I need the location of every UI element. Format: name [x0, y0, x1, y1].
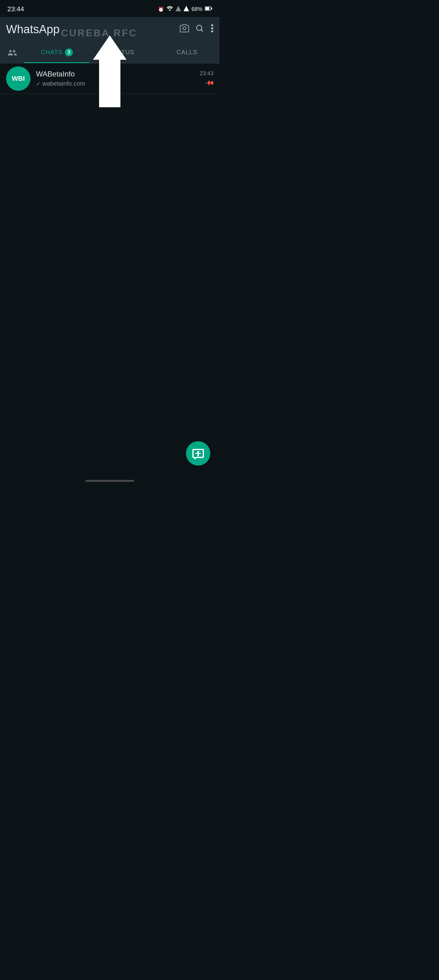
tab-contacts[interactable]	[0, 41, 24, 63]
search-button[interactable]	[196, 24, 204, 35]
svg-rect-9	[198, 451, 199, 457]
watermark: CUREBA RFC	[61, 27, 137, 39]
tab-status-label: STATUS	[109, 49, 134, 56]
alarm-icon: ⏰	[158, 6, 164, 12]
chat-name: WABetaInfo	[36, 70, 200, 78]
svg-point-6	[211, 27, 213, 29]
more-options-button[interactable]	[211, 24, 213, 35]
svg-point-5	[211, 24, 213, 26]
camera-button[interactable]	[180, 24, 189, 35]
new-chat-fab[interactable]	[186, 441, 210, 466]
battery-level: 68%	[192, 6, 203, 13]
status-bar: 23:44 ⏰ 68%	[0, 0, 219, 17]
svg-rect-4	[211, 8, 212, 10]
status-time: 23:44	[7, 5, 24, 13]
nav-indicator	[85, 480, 134, 482]
app-title: WhatsApp	[6, 23, 59, 36]
svg-point-7	[211, 30, 213, 32]
chat-last-message: wabetainfo.com	[42, 80, 85, 87]
status-icons: ⏰ 68%	[158, 6, 212, 13]
tab-calls-label: CALLS	[177, 49, 197, 56]
signal-icon-2	[184, 6, 189, 13]
header-icons	[180, 24, 213, 35]
avatar: WBI	[6, 67, 30, 91]
nav-bar	[0, 472, 219, 490]
chat-info: WABetaInfo ✓ wabetainfo.com	[36, 70, 200, 87]
chat-preview: ✓ wabetainfo.com	[36, 80, 200, 87]
pin-icon: 📌	[204, 78, 215, 88]
svg-marker-0	[176, 6, 181, 11]
app-header: WhatsApp CUREBA RFC	[0, 17, 219, 41]
signal-icon-1	[176, 6, 181, 13]
svg-marker-1	[184, 6, 189, 11]
chat-meta: 23:43 📌	[200, 70, 213, 86]
tabs-container: CHATS 3 STATUS CALLS	[0, 41, 219, 64]
tab-chats[interactable]: CHATS 3	[24, 41, 89, 63]
battery-icon	[205, 6, 212, 12]
chats-badge: 3	[65, 48, 73, 56]
chat-time: 23:43	[200, 70, 213, 77]
avatar-initials: WBI	[12, 75, 25, 83]
tab-chats-label: CHATS	[41, 49, 62, 56]
tab-calls[interactable]: CALLS	[155, 41, 219, 63]
chat-list: WBI WABetaInfo ✓ wabetainfo.com 23:43 📌	[0, 64, 219, 94]
tab-status[interactable]: STATUS	[89, 41, 154, 63]
wifi-icon	[166, 6, 173, 13]
svg-rect-3	[206, 7, 209, 10]
chat-item[interactable]: WBI WABetaInfo ✓ wabetainfo.com 23:43 📌	[0, 64, 219, 94]
checkmark-icon: ✓	[36, 80, 40, 87]
